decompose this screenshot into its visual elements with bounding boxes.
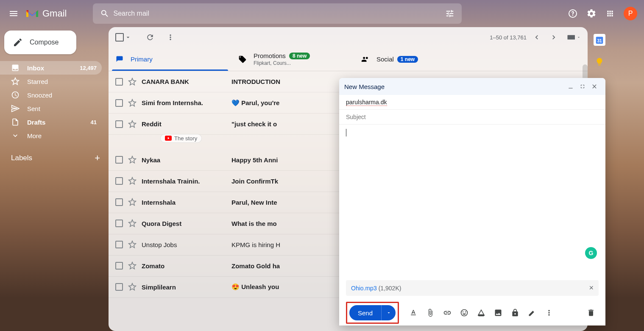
fullscreen-icon[interactable] [577, 81, 588, 92]
select-all-checkbox[interactable] [115, 33, 131, 42]
support-icon[interactable] [564, 5, 581, 22]
send-options-button[interactable] [381, 305, 396, 320]
brand-text: Gmail [42, 8, 67, 19]
mail-subject: Happy 5th Anni [231, 156, 278, 164]
discard-icon[interactable] [583, 305, 599, 320]
mail-subject: Zomato Gold ha [231, 262, 280, 270]
star-icon[interactable] [128, 120, 137, 128]
sidebar-item-more[interactable]: More [0, 129, 102, 142]
account-avatar[interactable]: P [624, 7, 637, 20]
social-badge: 1 new [397, 56, 418, 63]
format-icon[interactable] [406, 305, 421, 320]
search-options-icon[interactable] [441, 5, 458, 22]
tab-primary[interactable]: Primary [109, 47, 231, 71]
mail-checkbox[interactable] [115, 262, 123, 270]
sidebar-item-snoozed[interactable]: Snoozed [0, 88, 102, 102]
tab-promotions[interactable]: Promotions8 new Flipkart, Cours... [231, 47, 354, 71]
apps-icon[interactable] [602, 5, 619, 22]
mail-subject: 💙 Parul, you're [231, 99, 279, 107]
to-field[interactable]: parulsharma.dk [346, 99, 387, 106]
settings-icon[interactable] [583, 5, 600, 22]
tab-primary-label: Primary [131, 56, 153, 63]
input-tools-icon[interactable] [567, 31, 581, 44]
attachment-chip[interactable]: Ohio.mp3 (1,902K) × [346, 280, 599, 296]
mail-sender: Nykaa [142, 156, 226, 164]
attachment-name: Ohio.mp3 [351, 285, 377, 292]
mail-sender: Quora Digest [142, 220, 226, 227]
remove-attachment-icon[interactable]: × [589, 284, 594, 292]
confidential-icon[interactable] [507, 305, 523, 320]
mail-subject: INTRODUCTION [231, 78, 280, 85]
mail-sender: CANARA BANK [142, 78, 226, 85]
calendar-icon[interactable]: 31 [594, 34, 605, 46]
search-icon[interactable] [96, 5, 113, 22]
add-label-icon[interactable]: + [95, 153, 100, 164]
more-options-icon[interactable] [541, 305, 557, 320]
mail-sender: Zomato [142, 262, 226, 270]
mail-checkbox[interactable] [115, 99, 123, 107]
image-icon[interactable] [491, 305, 506, 320]
star-icon[interactable] [128, 240, 137, 249]
mail-checkbox[interactable] [115, 120, 123, 128]
emoji-icon[interactable] [457, 305, 472, 320]
star-icon[interactable] [128, 283, 137, 291]
search-input[interactable] [113, 10, 441, 17]
tab-promotions-label: Promotions [254, 52, 286, 59]
link-icon[interactable] [440, 305, 455, 320]
tab-social-label: Social [376, 56, 394, 63]
subject-field[interactable] [346, 114, 599, 120]
mail-checkbox[interactable] [115, 156, 123, 164]
sidebar-item-inbox[interactable]: Inbox12,497 [0, 61, 102, 75]
star-icon[interactable] [128, 219, 137, 228]
compose-button[interactable]: Compose [4, 31, 76, 54]
mail-subject: Parul, New Inte [231, 199, 277, 206]
star-icon[interactable] [128, 177, 137, 185]
star-icon[interactable] [128, 156, 137, 164]
sidebar-item-starred[interactable]: Starred [0, 75, 102, 88]
mail-sender: Reddit [142, 120, 226, 128]
mail-checkbox[interactable] [115, 198, 123, 206]
compose-title: New Message [344, 83, 565, 90]
send-button[interactable]: Send [349, 305, 381, 320]
mail-subject: What is the mo [231, 220, 277, 227]
more-icon[interactable] [162, 29, 179, 46]
grammarly-icon[interactable]: G [585, 247, 597, 259]
compose-body[interactable]: G [339, 125, 605, 280]
sidebar-item-sent[interactable]: Sent [0, 102, 102, 115]
drive-icon[interactable] [474, 305, 489, 320]
svg-text:31: 31 [597, 39, 602, 43]
star-icon[interactable] [128, 78, 137, 86]
signature-icon[interactable] [524, 305, 540, 320]
tab-social[interactable]: Social1 new [354, 47, 477, 71]
next-page-icon[interactable] [547, 31, 560, 44]
star-icon[interactable] [128, 99, 137, 107]
mail-checkbox[interactable] [115, 78, 123, 86]
compose-window: New Message parulsharma.dk G Ohio.mp3 (1… [339, 78, 605, 325]
mail-sender: Internshala [142, 199, 226, 206]
mail-subject: 😍 Unleash you [231, 283, 279, 291]
compose-label: Compose [30, 39, 59, 46]
attachment-size: (1,902K) [379, 285, 401, 292]
mail-checkbox[interactable] [115, 177, 123, 185]
pagination-text: 1–50 of 13,761 [490, 34, 527, 41]
mail-checkbox[interactable] [115, 283, 123, 291]
mail-checkbox[interactable] [115, 241, 123, 248]
attach-icon[interactable] [423, 305, 438, 320]
youtube-chip[interactable]: The story [160, 134, 202, 143]
mail-sender: Internshala Trainin. [142, 178, 226, 185]
prev-page-icon[interactable] [530, 31, 544, 44]
mail-sender: Simi from Internsha. [142, 99, 226, 106]
close-icon[interactable] [588, 81, 600, 92]
star-icon[interactable] [128, 198, 137, 206]
mail-subject: "just check it o [231, 120, 277, 128]
minimize-icon[interactable] [565, 81, 577, 92]
sidebar-item-drafts[interactable]: Drafts41 [0, 115, 102, 129]
main-menu-button[interactable] [3, 3, 24, 24]
mail-subject: Join ConfirmTk [231, 178, 278, 185]
mail-sender: Simplilearn [142, 284, 226, 291]
refresh-icon[interactable] [142, 29, 159, 46]
gmail-logo[interactable]: Gmail [25, 8, 67, 19]
mail-checkbox[interactable] [115, 220, 123, 227]
star-icon[interactable] [128, 261, 137, 270]
keep-icon[interactable] [594, 56, 605, 68]
